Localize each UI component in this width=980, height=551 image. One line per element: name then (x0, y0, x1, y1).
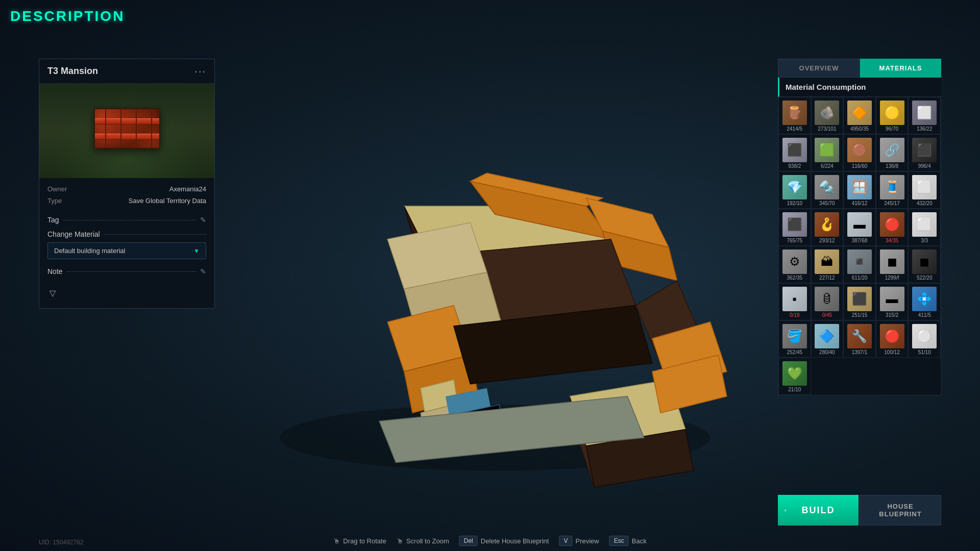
material-item-blue-crystal[interactable]: 💠 411/5 (908, 283, 941, 320)
material-count: 116/60 (852, 163, 868, 169)
material-item-gravel[interactable]: ⬛ 251/15 (843, 283, 876, 320)
material-item-iron-bar[interactable]: ▬ 315/2 (876, 283, 909, 320)
material-count: 432/20 (917, 201, 933, 206)
type-label: Type (47, 197, 62, 205)
material-icon: 🪣 (782, 324, 807, 348)
material-icon: 🏔 (815, 249, 839, 274)
crate-line-2 (120, 109, 121, 148)
material-icon: 🪵 (782, 101, 807, 125)
dropdown-value: Default building material (54, 247, 125, 255)
material-count: 192/10 (787, 201, 803, 206)
change-material-divider (104, 234, 206, 235)
preview-hint: V Preview (559, 536, 599, 546)
bottom-bar: 🖱 Drag to Rotate 🖱 Scroll to Zoom Del De… (333, 536, 646, 546)
house-blueprint-button[interactable]: HOUSEBLUEPRINT (860, 495, 941, 525)
left-panel: T3 Mansion ··· Owner Axemania24 Type Sav… (39, 59, 215, 309)
scroll-zoom-hint: 🖱 Scroll to Zoom (397, 537, 449, 545)
material-count: 996/4 (918, 163, 931, 169)
crate-line-3 (136, 109, 137, 148)
v-key: V (559, 536, 572, 546)
tab-materials[interactable]: MATERIALS (860, 59, 941, 78)
material-item-barrel[interactable]: 🛢 0/45 (811, 283, 844, 320)
material-item-metal-bar[interactable]: 🔶 4950/35 (843, 97, 876, 134)
crate-body (94, 108, 160, 149)
material-item-silver-bar[interactable]: ▪ 0/18 (778, 283, 811, 320)
drag-rotate-hint: 🖱 Drag to Rotate (333, 537, 386, 545)
material-item-green-plank[interactable]: 🟩 6/224 (811, 134, 844, 171)
esc-key: Esc (609, 536, 629, 546)
material-item-charcoal[interactable]: ◼ 522/20 (908, 246, 941, 283)
material-item-nail[interactable]: 🔩 345/70 (811, 171, 844, 209)
material-item-green-ore[interactable]: 💎 192/10 (778, 171, 811, 209)
material-item-coal[interactable]: ⬛ 996/4 (908, 134, 941, 171)
material-count: 0/18 (790, 312, 799, 318)
material-item-gold-bar[interactable]: 🟡 96/70 (876, 97, 909, 134)
house-blueprint-label: HOUSEBLUEPRINT (879, 503, 921, 518)
material-count: 251/15 (852, 312, 868, 318)
material-item-hook[interactable]: 🪝 293/12 (811, 209, 844, 246)
note-label: Note (47, 267, 63, 276)
material-count: 387/68 (852, 238, 868, 243)
material-item-red-part[interactable]: 🔴 100/12 (876, 320, 909, 358)
tab-overview[interactable]: OVERVIEW (778, 59, 860, 78)
material-item-copper[interactable]: 🟤 116/60 (843, 134, 876, 171)
material-count: 136/22 (917, 126, 933, 132)
page-title: DESCRIPTION (10, 8, 125, 24)
material-count: 100/12 (884, 349, 900, 355)
material-item-powder[interactable]: ⬜ 3/3 (908, 209, 941, 246)
material-icon: ⬜ (912, 212, 937, 237)
material-item-green-gem[interactable]: 💚 21/10 (778, 358, 811, 395)
material-count: 938/2 (788, 163, 801, 169)
build-button[interactable]: BUILD (778, 495, 859, 525)
material-item-cloth[interactable]: 🧵 245/17 (876, 171, 909, 209)
filter-icon[interactable]: ▽ (47, 286, 58, 300)
material-item-glass[interactable]: 🪟 416/12 (843, 171, 876, 209)
owner-row: Owner Axemania24 (47, 183, 206, 195)
material-item-gun-part[interactable]: 🔧 1397/1 (843, 320, 876, 358)
material-item-iron-red[interactable]: 🔴 34/35 (876, 209, 909, 246)
material-icon: 🔶 (847, 101, 872, 125)
panel-menu-button[interactable]: ··· (194, 65, 206, 77)
material-item-sheet-metal[interactable]: 🔷 280/40 (811, 320, 844, 358)
material-icon: 💠 (912, 287, 937, 311)
material-item-sand[interactable]: 🏔 227/12 (811, 246, 844, 283)
material-count: 416/12 (852, 201, 868, 206)
tag-edit-icon[interactable]: ✎ (200, 216, 206, 224)
material-item-white-stone[interactable]: ⬜ 432/20 (908, 171, 941, 209)
note-edit-icon[interactable]: ✎ (200, 267, 206, 276)
material-item-metal-sheet[interactable]: ▬ 387/68 (843, 209, 876, 246)
material-icon: ⚪ (912, 324, 937, 348)
material-item-stone-white[interactable]: ◼ 1299/f (876, 246, 909, 283)
material-icon: 🔴 (880, 324, 904, 348)
change-material-label: Change Material (47, 230, 100, 238)
material-icon: 🧵 (880, 175, 904, 199)
material-item-wood-plank[interactable]: 🪵 2414/5 (778, 97, 811, 134)
note-section: Note ✎ (39, 263, 214, 278)
material-item-gear[interactable]: ⚙ 362/35 (778, 246, 811, 283)
material-icon: 🪝 (815, 212, 839, 237)
material-item-bucket[interactable]: 🪣 252/45 (778, 320, 811, 358)
material-count: 1397/1 (852, 349, 868, 355)
mouse-scroll-icon: 🖱 (397, 537, 403, 545)
material-dropdown[interactable]: Default building material ▼ (47, 242, 206, 259)
material-count: 6/224 (821, 163, 834, 169)
building-thumbnail (39, 84, 214, 178)
material-item-balls[interactable]: ⚪ 51/10 (908, 320, 941, 358)
material-item-rock-ore[interactable]: ⬜ 136/22 (908, 97, 941, 134)
material-item-stone-chunk[interactable]: 🪨 273/101 (811, 97, 844, 134)
scroll-zoom-label: Scroll to Zoom (406, 537, 449, 545)
material-item-pipe[interactable]: ⬛ 938/2 (778, 134, 811, 171)
material-item-ore-dark[interactable]: ◾ 611/20 (843, 246, 876, 283)
building-name: T3 Mansion (47, 66, 98, 77)
building-preview-image (94, 108, 160, 154)
material-icon: 💎 (782, 175, 807, 199)
owner-label: Owner (47, 185, 67, 193)
material-icon: 🛢 (815, 287, 839, 311)
material-icon: 🔧 (847, 324, 872, 348)
material-item-wire[interactable]: 🔗 136/8 (876, 134, 909, 171)
material-count: 96/70 (886, 126, 898, 132)
material-item-pipe2[interactable]: ⬛ 765/75 (778, 209, 811, 246)
material-count: 245/17 (884, 201, 900, 206)
building-3d-preview[interactable] (219, 41, 771, 520)
material-icon: ▪ (782, 287, 807, 311)
